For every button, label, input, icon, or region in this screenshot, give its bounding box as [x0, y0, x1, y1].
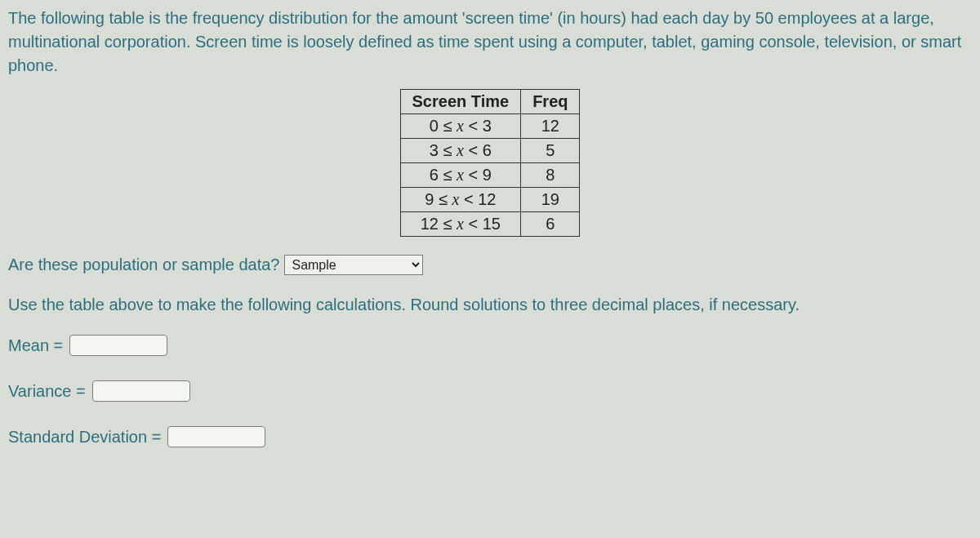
mean-label: Mean = [8, 336, 63, 355]
leq-symbol: ≤ [443, 117, 452, 135]
interval-cell: 12 ≤ x < 15 [400, 212, 521, 237]
table-row: 9 ≤ x < 12 19 [400, 188, 580, 212]
interval-low: 6 [430, 166, 439, 184]
interval-low: 9 [425, 190, 434, 208]
table-row: 3 ≤ x < 6 5 [400, 139, 580, 163]
lt-symbol: < [468, 166, 478, 184]
leq-symbol: ≤ [443, 141, 452, 159]
table-row: 6 ≤ x < 9 8 [400, 163, 580, 188]
x-var: x [457, 117, 464, 135]
variance-input[interactable] [92, 380, 190, 402]
calculation-instructions: Use the table above to make the followin… [8, 293, 972, 317]
table-row: 12 ≤ x < 15 6 [400, 212, 580, 237]
mean-input[interactable] [69, 335, 167, 356]
x-var: x [452, 190, 459, 208]
interval-high: 3 [483, 117, 492, 135]
lt-symbol: < [468, 141, 478, 159]
interval-high: 15 [483, 215, 501, 233]
header-freq: Freq [521, 90, 580, 114]
interval-cell: 6 ≤ x < 9 [400, 163, 521, 188]
x-var: x [457, 166, 464, 184]
population-sample-prompt: Are these population or sample data? [8, 256, 279, 274]
interval-cell: 0 ≤ x < 3 [400, 114, 521, 139]
frequency-table-wrapper: Screen Time Freq 0 ≤ x < 3 12 [8, 89, 972, 237]
x-var: x [457, 141, 464, 159]
freq-cell: 12 [521, 114, 580, 139]
x-var: x [457, 215, 464, 233]
interval-high: 6 [483, 141, 492, 159]
leq-symbol: ≤ [439, 190, 448, 208]
interval-low: 12 [421, 215, 439, 233]
variance-label: Variance = [8, 382, 86, 401]
std-input[interactable] [167, 426, 265, 447]
leq-symbol: ≤ [443, 166, 452, 184]
interval-low: 3 [430, 141, 439, 159]
freq-cell: 19 [521, 188, 580, 212]
frequency-table: Screen Time Freq 0 ≤ x < 3 12 [400, 89, 581, 237]
freq-cell: 6 [521, 212, 580, 237]
std-label: Standard Deviation = [8, 428, 161, 447]
interval-cell: 9 ≤ x < 12 [400, 188, 521, 212]
lt-symbol: < [468, 215, 478, 233]
table-row: 0 ≤ x < 3 12 [400, 114, 580, 139]
freq-cell: 5 [521, 139, 580, 163]
interval-high: 12 [478, 190, 496, 208]
leq-symbol: ≤ [443, 215, 452, 233]
population-sample-select[interactable]: Sample [284, 255, 423, 275]
header-screen-time: Screen Time [400, 90, 521, 114]
lt-symbol: < [468, 117, 478, 135]
freq-cell: 8 [521, 163, 580, 188]
lt-symbol: < [464, 190, 474, 208]
interval-high: 9 [483, 166, 492, 184]
interval-cell: 3 ≤ x < 6 [400, 139, 521, 163]
table-header-row: Screen Time Freq [400, 90, 580, 114]
interval-low: 0 [430, 117, 439, 135]
intro-text: The following table is the frequency dis… [8, 7, 972, 78]
